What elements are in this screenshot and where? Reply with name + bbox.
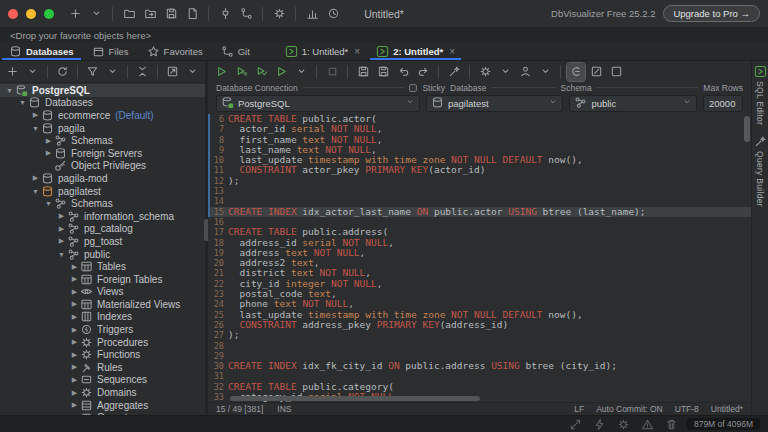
editor-toolbar-chevron-down-icon[interactable] [496, 63, 514, 81]
tree-item-schemas[interactable]: ▶Schemas [0, 134, 205, 147]
tree-item-foreign-servers[interactable]: ▶Foreign Servers [0, 147, 205, 160]
close-window-button[interactable] [8, 9, 18, 19]
collapsed-arrow-icon[interactable]: ▶ [69, 338, 80, 346]
close-tab-icon[interactable]: × [354, 46, 360, 57]
expanded-arrow-icon[interactable]: ▼ [43, 200, 54, 207]
code-line-12[interactable]: 12); [208, 176, 751, 186]
toolbar-doc-floppy-icon[interactable] [183, 5, 201, 23]
editor-toolbar-redo-icon[interactable] [414, 63, 432, 81]
tree-item-pagila[interactable]: ▼pagila [0, 122, 205, 135]
editor-toolbar-box-icon[interactable] [607, 63, 625, 81]
sticky-checkbox[interactable] [409, 84, 417, 92]
expanded-arrow-icon[interactable]: ▼ [30, 125, 41, 132]
editor-toolbar-floppy-icon[interactable] [354, 63, 372, 81]
database-select[interactable]: pagilatest [426, 95, 563, 112]
editor-toolbar-play-icon[interactable] [212, 63, 230, 81]
collapsed-arrow-icon[interactable]: ▶ [30, 111, 41, 119]
tree-item-sequences[interactable]: ▶Sequences [0, 374, 205, 387]
side-tab-query-builder[interactable]: Query Builder [754, 135, 767, 207]
collapsed-arrow-icon[interactable]: ▶ [69, 401, 80, 409]
editor-toolbar-toggle-c-icon[interactable] [567, 63, 585, 81]
sidebar-toolbar-plus-icon[interactable] [4, 63, 21, 81]
code-line-26[interactable]: 26 CONSTRAINT address_pkey PRIMARY KEY(a… [208, 320, 751, 330]
tree-item-functions[interactable]: ▶Functions [0, 348, 205, 361]
memory-indicator[interactable]: 879M of 4096M [687, 418, 760, 430]
tree-item-pagila-mod[interactable]: ▶pagila-mod [0, 172, 205, 185]
sidebar-toolbar-chevron-down-icon[interactable] [23, 63, 40, 81]
tree-item-rules[interactable]: ▶Rules [0, 361, 205, 374]
collapsed-arrow-icon[interactable]: ▶ [69, 351, 80, 359]
collapsed-arrow-icon[interactable]: ▶ [56, 212, 67, 220]
editor-toolbar-stop-icon[interactable] [323, 63, 341, 81]
code-line-13[interactable]: 13 [208, 186, 751, 196]
code-line-15[interactable]: 15CREATE INDEX idx_actor_last_name ON pu… [208, 207, 751, 217]
tree-item-materialized-views[interactable]: ▶Materialized Views [0, 298, 205, 311]
editor-toolbar-undo-icon[interactable] [394, 63, 412, 81]
statusbar-gear-icon[interactable] [615, 415, 633, 432]
editor-tab-2-untitled[interactable]: 2: Untitled*× [368, 42, 463, 60]
toolbar-floppy-icon[interactable] [162, 5, 180, 23]
sidebar-toolbar-refresh-icon[interactable] [54, 63, 71, 81]
editor-toolbar-wand-icon[interactable] [445, 63, 463, 81]
vertical-scrollbar[interactable] [744, 116, 750, 142]
editor-toolbar-play-icon[interactable] [272, 63, 290, 81]
collapsed-arrow-icon[interactable]: ▶ [69, 263, 80, 271]
toolbar-chevron-down-icon[interactable] [87, 5, 105, 23]
collapsed-arrow-icon[interactable]: ▶ [69, 389, 80, 397]
collapsed-arrow-icon[interactable]: ▶ [56, 225, 67, 233]
tree-item-triggers[interactable]: ▶Triggers [0, 323, 205, 336]
collapsed-arrow-icon[interactable]: ▶ [30, 174, 41, 182]
statusbar-bolt-icon[interactable] [591, 415, 609, 432]
tab-git[interactable]: Git [212, 42, 259, 60]
statusbar-warn-icon[interactable] [639, 415, 657, 432]
toolbar-clock-icon[interactable] [324, 5, 342, 23]
expanded-arrow-icon[interactable]: ▼ [17, 99, 28, 106]
editor-toolbar-play-list-icon[interactable] [252, 63, 270, 81]
tree-item-postgresql[interactable]: ▼PostgreSQL [0, 84, 205, 97]
collapsed-arrow-icon[interactable]: ▶ [69, 300, 80, 308]
tree-item-object-privileges[interactable]: Object Privileges [0, 160, 205, 173]
tree-item-tables[interactable]: ▶Tables [0, 260, 205, 273]
maximize-window-button[interactable] [44, 9, 54, 19]
collapsed-arrow-icon[interactable]: ▶ [43, 137, 54, 145]
statusbar-move-icon[interactable] [567, 415, 585, 432]
collapsed-arrow-icon[interactable]: ▶ [69, 275, 80, 283]
toolbar-folder-arrow-icon[interactable] [141, 5, 159, 23]
tree-item-ecommerce[interactable]: ▶ecommerce(Default) [0, 109, 205, 122]
code-line-28[interactable]: 28 [208, 341, 751, 351]
editor-toolbar-chevron-down-icon[interactable] [292, 63, 310, 81]
editor-toolbar-person-icon[interactable] [516, 63, 534, 81]
tree-item-databases[interactable]: ▼Databases [0, 97, 205, 110]
tree-item-indexes[interactable]: ▶Indexes [0, 311, 205, 324]
database-connection-select[interactable]: PostgreSQL [216, 95, 420, 112]
statusbar-trash-icon[interactable] [663, 415, 681, 432]
code-line-27[interactable]: 27); [208, 330, 751, 340]
collapsed-arrow-icon[interactable]: ▶ [69, 376, 80, 384]
tab-favorites[interactable]: Favorites [138, 42, 212, 60]
collapsed-arrow-icon[interactable]: ▶ [43, 149, 54, 157]
collapsed-arrow-icon[interactable]: ▶ [69, 326, 80, 334]
toolbar-chart-icon[interactable] [303, 5, 321, 23]
sql-code-area[interactable]: 6CREATE TABLE public.actor(7 actor_id se… [208, 114, 751, 402]
toolbar-plus-icon[interactable] [66, 5, 84, 23]
max-rows-input[interactable] [703, 95, 743, 112]
tree-item-domains[interactable]: ▶Domains [0, 386, 205, 399]
tree-item-information-schema[interactable]: ▶information_schema [0, 210, 205, 223]
editor-tab-1-untitled[interactable]: 1: Untitled*× [277, 42, 368, 60]
sidebar-toolbar-funnel-icon[interactable] [84, 63, 101, 81]
tree-item-views[interactable]: ▶Views [0, 286, 205, 299]
code-line-11[interactable]: 11 CONSTRAINT actor_pkey PRIMARY KEY(act… [208, 165, 751, 175]
collapsed-arrow-icon[interactable]: ▶ [69, 288, 80, 296]
sidebar-toolbar-collapse-icon[interactable] [134, 63, 151, 81]
code-line-30[interactable]: 30CREATE INDEX idx_fk_city_id ON public.… [208, 361, 751, 371]
expanded-arrow-icon[interactable]: ▼ [4, 87, 15, 94]
horizontal-scrollbar[interactable] [230, 396, 480, 401]
sidebar-toolbar-export-icon[interactable] [164, 63, 181, 81]
tree-item-procedures[interactable]: ▶Procedures [0, 336, 205, 349]
tree-item-schemas[interactable]: ▼Schemas [0, 197, 205, 210]
expanded-arrow-icon[interactable]: ▼ [30, 188, 41, 195]
tab-files[interactable]: Files [83, 42, 138, 60]
side-tab-sql-editor[interactable]: SQL Editor [754, 65, 767, 125]
sidebar-toolbar-chevron-down-icon[interactable] [184, 63, 201, 81]
collapsed-arrow-icon[interactable]: ▶ [69, 313, 80, 321]
